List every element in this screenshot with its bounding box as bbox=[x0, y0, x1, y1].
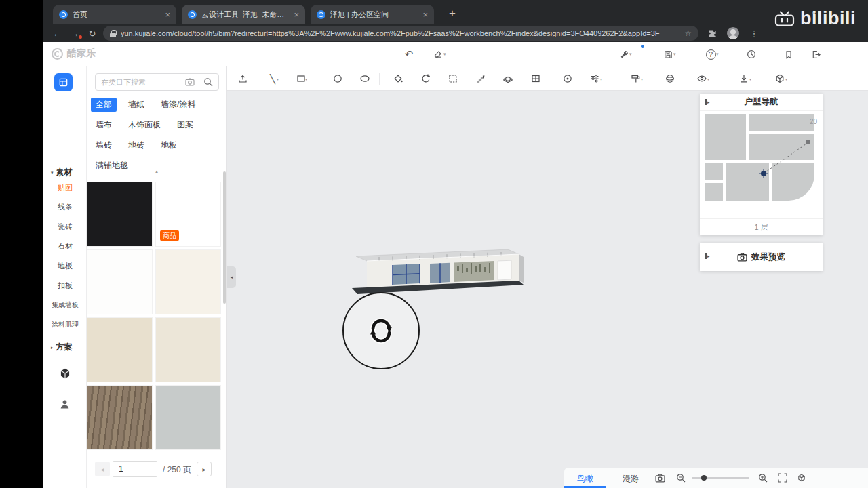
paint-bucket-tool-button[interactable] bbox=[389, 70, 407, 87]
fit-screen-button[interactable] bbox=[777, 472, 788, 483]
category-wallpaper[interactable]: 墙纸 bbox=[123, 98, 149, 112]
extensions-puzzle-icon[interactable] bbox=[707, 28, 717, 39]
region-select-tool-button[interactable] bbox=[444, 70, 462, 87]
swatch-black-material[interactable] bbox=[87, 182, 153, 247]
view-mode-caret[interactable]: ▾ bbox=[785, 77, 787, 81]
zoom-slider-knob[interactable] bbox=[701, 475, 707, 481]
paint-roller-caret[interactable]: ▾ bbox=[641, 77, 643, 81]
tab-close-icon[interactable]: × bbox=[422, 10, 428, 19]
component-tool-button[interactable] bbox=[559, 70, 576, 87]
account-button[interactable] bbox=[59, 399, 71, 413]
panel-collapse-handle[interactable]: ◂ bbox=[227, 266, 236, 288]
floor-selector[interactable]: 1 层 bbox=[700, 218, 823, 235]
perspective-button[interactable] bbox=[796, 472, 807, 483]
reload-button[interactable]: ↻ bbox=[85, 26, 99, 40]
sidebar-item-kouban[interactable]: 扣板 bbox=[43, 281, 87, 291]
material-library-button[interactable] bbox=[54, 73, 73, 92]
render-preview-panel[interactable]: ▸ 效果预览 bbox=[700, 243, 823, 271]
opening-tool-button[interactable] bbox=[527, 70, 545, 87]
rotate-tool-button[interactable] bbox=[417, 70, 435, 87]
bookmark-star-icon[interactable]: ☆ bbox=[684, 28, 692, 38]
new-tab-button[interactable]: + bbox=[449, 7, 456, 19]
category-floortile[interactable]: 地砖 bbox=[123, 138, 149, 152]
save-button[interactable] bbox=[781, 47, 796, 62]
tab-roam[interactable]: 漫游 bbox=[623, 473, 639, 485]
sidebar-item-tietu[interactable]: 贴图 bbox=[43, 183, 87, 193]
back-button[interactable]: ← bbox=[50, 26, 64, 40]
camera-search-icon[interactable] bbox=[185, 78, 195, 86]
browser-tab-office-space[interactable]: 泽旭 | 办公区空间 × bbox=[311, 5, 434, 24]
swatch-cream-material[interactable] bbox=[87, 317, 153, 382]
address-bar[interactable]: yun.kujiale.com/cloud/tool/h5/bim?redire… bbox=[103, 26, 698, 41]
collapse-preview-button[interactable]: ▸ bbox=[705, 253, 710, 259]
category-floor[interactable]: 地板 bbox=[156, 138, 182, 152]
rectangle-tool-caret[interactable]: ▾ bbox=[305, 77, 307, 81]
tools-dropdown-caret[interactable]: ▾ bbox=[629, 52, 632, 57]
sidebar-item-tuliaojili[interactable]: 涂料肌理 bbox=[43, 320, 87, 329]
ellipse-tool-button[interactable] bbox=[356, 70, 374, 87]
orbit-rotate-cursor[interactable] bbox=[342, 292, 420, 369]
search-box[interactable] bbox=[95, 73, 219, 91]
search-icon[interactable] bbox=[203, 77, 213, 87]
zoom-out-button[interactable] bbox=[675, 472, 686, 483]
exit-button[interactable] bbox=[808, 47, 823, 62]
enterprise-cube-button[interactable] bbox=[59, 367, 71, 382]
kujiale-favicon-icon bbox=[59, 10, 68, 19]
section-material[interactable]: ▾ 素材 bbox=[51, 167, 73, 178]
sphere-tool-button[interactable] bbox=[661, 70, 679, 87]
visibility-caret[interactable]: ▾ bbox=[707, 77, 709, 81]
platform-tool-button[interactable] bbox=[499, 70, 517, 87]
sidebar-item-diban[interactable]: 地板 bbox=[43, 261, 87, 271]
tab-close-icon[interactable]: × bbox=[165, 10, 170, 19]
sidebar-item-shicai[interactable]: 石材 bbox=[43, 241, 87, 251]
category-pattern[interactable]: 图案 bbox=[172, 118, 198, 132]
swatch-walnut-wood-material[interactable] bbox=[87, 385, 153, 450]
next-page-button[interactable]: ▸ bbox=[197, 462, 212, 476]
search-input[interactable] bbox=[101, 78, 181, 86]
sidebar-item-cizhuan[interactable]: 瓷砖 bbox=[43, 222, 87, 232]
snapshot-camera-button[interactable] bbox=[654, 472, 665, 483]
stairs-tool-button[interactable] bbox=[472, 70, 490, 87]
tab-list-chevron-icon[interactable]: ▾ bbox=[812, 10, 816, 17]
import-tool-button[interactable] bbox=[234, 70, 252, 87]
zoom-in-button[interactable] bbox=[757, 472, 768, 483]
browser-profile-avatar[interactable] bbox=[727, 27, 739, 39]
collapse-panel-button[interactable]: ▸ bbox=[705, 99, 710, 105]
sidebar-item-jichengqiangban[interactable]: 集成墙板 bbox=[43, 300, 87, 310]
collapse-categories-caret[interactable]: ▴ bbox=[87, 169, 226, 174]
undo-button[interactable]: ↶ bbox=[401, 47, 416, 62]
publish-dropdown-caret[interactable]: ▾ bbox=[673, 52, 676, 57]
swatch-white-material[interactable]: 商品 bbox=[155, 182, 221, 247]
export-caret[interactable]: ▾ bbox=[749, 77, 751, 81]
rectangle-tool-button[interactable] bbox=[292, 70, 310, 87]
section-plan[interactable]: ▸ 方案 bbox=[51, 342, 73, 353]
browser-tab-home[interactable]: 首页 × bbox=[53, 5, 176, 24]
category-all[interactable]: 全部 bbox=[91, 98, 117, 112]
page-number-input[interactable] bbox=[113, 461, 157, 477]
swatch-grey-material[interactable] bbox=[155, 385, 221, 450]
eraser-button[interactable] bbox=[430, 47, 445, 62]
browser-tab-design-tool[interactable]: 云设计工具_泽旭_未命名方案 × bbox=[182, 5, 305, 24]
adjust-tool-caret[interactable]: ▾ bbox=[600, 77, 602, 81]
tab-close-icon[interactable]: × bbox=[294, 10, 299, 19]
line-tool-caret[interactable]: ▾ bbox=[277, 77, 279, 81]
browser-menu-icon[interactable]: ⋮ bbox=[749, 28, 760, 39]
category-woodpanel[interactable]: 木饰面板 bbox=[123, 118, 165, 132]
swatch-light-cream-material[interactable] bbox=[155, 317, 221, 382]
history-button[interactable] bbox=[744, 47, 759, 62]
category-wallcloth[interactable]: 墙布 bbox=[91, 118, 117, 132]
category-paint[interactable]: 墙漆/涂料 bbox=[156, 98, 200, 112]
line-tool-button[interactable]: ╲ bbox=[264, 70, 281, 87]
sidebar-item-xiantiao[interactable]: 线条 bbox=[43, 202, 87, 212]
swatch-white-material-2[interactable] bbox=[87, 249, 153, 314]
zoom-slider-track[interactable] bbox=[692, 477, 749, 479]
prev-page-button[interactable]: ◂ bbox=[95, 462, 110, 476]
help-dropdown-caret[interactable]: ▾ bbox=[716, 52, 719, 57]
circle-tool-button[interactable] bbox=[329, 70, 347, 87]
category-walltile[interactable]: 墙砖 bbox=[91, 138, 117, 152]
tab-birdseye[interactable]: 鸟瞰 bbox=[577, 473, 593, 485]
eraser-dropdown-caret[interactable]: ▾ bbox=[443, 52, 446, 57]
swatch-ivory-material[interactable] bbox=[155, 249, 221, 314]
panel-scrollbar[interactable] bbox=[223, 171, 226, 304]
floorplan-thumbnail[interactable]: 20 bbox=[700, 111, 823, 218]
